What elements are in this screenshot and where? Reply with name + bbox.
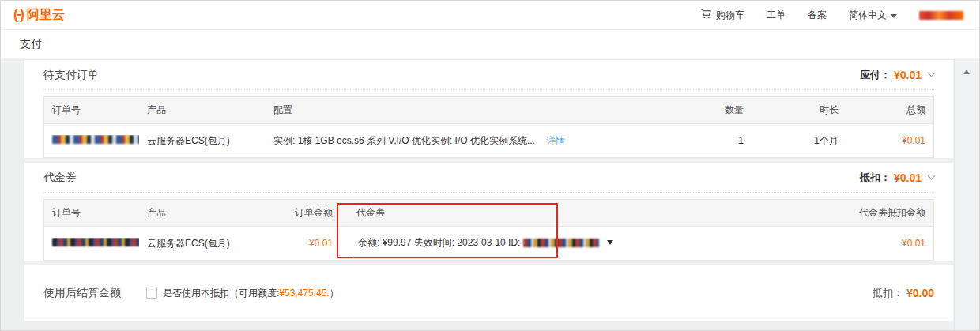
settlement-deduct-amount: ¥0.00	[906, 287, 934, 299]
vertical-scrollbar[interactable]	[954, 58, 978, 330]
payable-amount-line[interactable]: 应付： ¥0.01	[860, 68, 934, 82]
col-header-voucher-deduct: 代金券抵扣金额	[799, 206, 933, 220]
pending-orders-title: 待支付订单	[43, 68, 99, 82]
scroll-up-arrow-icon[interactable]	[963, 70, 970, 74]
caret-down-icon	[891, 14, 897, 18]
settlement-left: 使用后结算金额 是否使用本抵扣（可用额度: ¥53,475.45. ）	[43, 286, 339, 300]
top-nav: 购物车 工单 备案 简体中文	[700, 8, 963, 22]
col-header-product: 产品	[139, 206, 266, 220]
col-header-order-no: 订单号	[44, 103, 139, 117]
nav-beian[interactable]: 备案	[808, 9, 827, 22]
voucher-header: 代金券 抵扣： ¥0.01	[43, 163, 934, 193]
aliyun-logo[interactable]: (-) 阿里云	[13, 6, 65, 24]
payable-label: 应付：	[860, 68, 891, 82]
col-header-order-no: 订单号	[44, 206, 139, 220]
settlement-deduct-label: 抵扣：	[873, 286, 903, 300]
content-area: 待支付订单 应付： ¥0.01 订单号 产品 配置 数量 时长 总额	[1, 58, 979, 330]
voucher-option-text: 余额: ¥99.97 失效时间: 2023-03-10 ID:	[358, 236, 520, 250]
col-header-product: 产品	[139, 103, 266, 117]
nav-language-label: 简体中文	[849, 9, 887, 22]
voucher-table-header-row: 订单号 产品 订单金额 代金券 代金券抵扣金额	[44, 200, 933, 227]
pending-orders-table: 订单号 产品 配置 数量 时长 总额 云服务器ECS(包月) 实例: 1核 1G…	[43, 96, 934, 158]
checkbox-label-text: 是否使用本抵扣（可用额度:	[163, 287, 279, 300]
use-deduction-checkbox[interactable]	[146, 288, 157, 299]
cart-icon	[700, 8, 712, 22]
pending-table-row: 云服务器ECS(包月) 实例: 1核 1GB ecs.s6 系列 V,I/O 优…	[44, 124, 933, 157]
aliyun-logo-bracket-icon: (-)	[13, 6, 23, 23]
voucher-deduct-label: 抵扣：	[860, 171, 891, 185]
voucher-card: 代金券 抵扣： ¥0.01 订单号 产品 订单金额 代金券 代金券抵扣金额	[24, 163, 953, 261]
voucher-deduct-cell: ¥0.01	[799, 238, 933, 249]
order-number-cell	[44, 238, 139, 249]
checkbox-label-suffix: ）	[330, 287, 339, 300]
pending-orders-header: 待支付订单 应付： ¥0.01	[43, 60, 934, 90]
config-cell: 实例: 1核 1GB ecs.s6 系列 V,I/O 优化实例: I/O 优化实…	[266, 134, 673, 148]
settlement-deduct-line: 抵扣： ¥0.00	[873, 286, 934, 300]
settlement-title: 使用后结算金额	[43, 286, 146, 300]
nav-language-select[interactable]: 简体中文	[849, 9, 897, 22]
order-number-cell	[44, 135, 139, 146]
col-header-order-amount: 订单金额	[266, 206, 341, 220]
total-amount-cell: ¥0.01	[846, 135, 933, 146]
use-deduction-label: 是否使用本抵扣（可用额度: ¥53,475.45. ）	[163, 287, 339, 300]
voucher-table: 订单号 产品 订单金额 代金券 代金券抵扣金额 云服务器ECS(包月) ¥0.0…	[43, 199, 934, 261]
voucher-select-dropdown[interactable]: 余额: ¥99.97 失效时间: 2023-03-10 ID:	[353, 233, 557, 254]
product-cell: 云服务器ECS(包月)	[139, 237, 266, 250]
col-header-config: 配置	[266, 103, 673, 117]
censored-voucher-id	[523, 239, 599, 247]
nav-cart-label: 购物车	[716, 9, 744, 22]
voucher-cell: 余额: ¥99.97 失效时间: 2023-03-10 ID:	[341, 233, 799, 254]
nav-account[interactable]	[919, 11, 963, 20]
col-header-quantity: 数量	[673, 103, 752, 117]
voucher-selected-option: 余额: ¥99.97 失效时间: 2023-03-10 ID:	[358, 236, 599, 250]
config-text: 实例: 1核 1GB ecs.s6 系列 V,I/O 优化实例: I/O 优化实…	[273, 134, 535, 148]
voucher-deduct-line[interactable]: 抵扣： ¥0.01	[860, 171, 934, 185]
censored-account-name	[919, 11, 963, 20]
payable-amount: ¥0.01	[894, 69, 922, 81]
nav-beian-label: 备案	[808, 9, 827, 22]
voucher-table-row: 云服务器ECS(包月) ¥0.01 余额: ¥99.97 失效时间: 2023-…	[44, 227, 933, 260]
duration-cell: 1个月	[752, 134, 846, 148]
nav-ticket-label: 工单	[767, 9, 786, 22]
product-cell: 云服务器ECS(包月)	[139, 134, 266, 148]
detail-link[interactable]: 详情	[546, 134, 565, 148]
censored-order-number	[52, 238, 139, 246]
pending-table-header-row: 订单号 产品 配置 数量 时长 总额	[44, 97, 933, 124]
available-credit-amount: ¥53,475.45.	[279, 288, 329, 299]
nav-cart[interactable]: 购物车	[700, 8, 744, 22]
col-header-total: 总额	[846, 103, 933, 117]
nav-ticket[interactable]: 工单	[767, 9, 786, 22]
censored-order-number	[52, 135, 139, 144]
pending-orders-card: 待支付订单 应付： ¥0.01 订单号 产品 配置 数量 时长 总额	[24, 60, 953, 158]
chevron-collapse-icon[interactable]	[928, 172, 936, 180]
chevron-collapse-icon[interactable]	[928, 70, 936, 77]
col-header-voucher: 代金券	[341, 206, 799, 220]
col-header-duration: 时长	[752, 103, 846, 117]
dropdown-arrow-icon	[607, 240, 613, 245]
settlement-card: 使用后结算金额 是否使用本抵扣（可用额度: ¥53,475.45. ） 抵扣： …	[24, 265, 953, 321]
quantity-cell: 1	[673, 135, 752, 146]
order-amount-cell: ¥0.01	[266, 238, 341, 249]
page-title-bar: 支付	[1, 30, 979, 58]
aliyun-logo-text: 阿里云	[27, 7, 65, 24]
voucher-deduct-amount: ¥0.01	[894, 171, 922, 184]
payment-page: (-) 阿里云 购物车 工单 备案 简体中文	[0, 0, 980, 331]
page-title: 支付	[20, 37, 42, 51]
voucher-title: 代金券	[43, 171, 77, 185]
top-bar: (-) 阿里云 购物车 工单 备案 简体中文	[1, 1, 979, 30]
